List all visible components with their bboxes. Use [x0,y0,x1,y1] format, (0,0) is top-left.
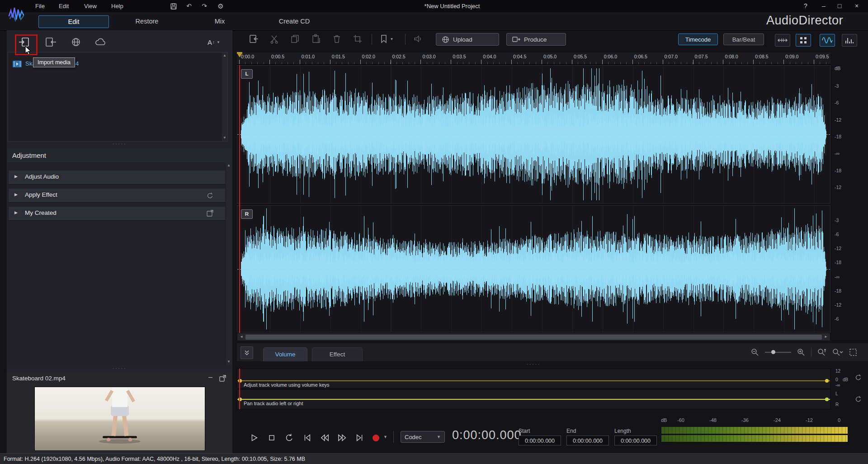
scroll-down-icon[interactable]: ▼ [226,359,231,365]
codec-dropdown[interactable]: Codec ▼ [401,431,445,443]
copy-icon[interactable] [288,32,303,46]
adjustment-scrollbar[interactable]: ▲ ▼ [226,162,231,365]
maximize-button[interactable]: □ [834,0,845,12]
redo-icon[interactable]: ↷ [199,0,210,12]
timeline-ruler[interactable]: 0:00.00:00.50:01.00:01.50:02.00:02.50:03… [237,52,830,65]
volume-keyframe-track[interactable]: Adjust track volume using volume keys [237,369,830,388]
minimize-button[interactable]: – [818,0,830,12]
section-my-created[interactable]: ▶ My Created [9,207,225,221]
fit-timeline-icon[interactable] [849,348,857,356]
section-apply-effect[interactable]: ▶ Apply Effect [9,189,225,203]
menu-edit[interactable]: Edit [56,0,71,12]
skip-to-start-button[interactable] [301,432,313,444]
marker-dropdown-button[interactable]: ▼ [376,32,397,46]
level-meter: dB -60-48-36-24-120 [657,416,862,447]
ruler-tick [693,60,693,64]
panel-resize-handle[interactable]: ····· [7,366,232,371]
zoom-vertical-icon[interactable] [817,348,826,356]
dropdown-caret-icon: ▼ [217,40,220,44]
rewind-button[interactable] [319,432,330,444]
help-button[interactable]: ? [800,0,811,12]
timeline-scrollbar[interactable]: ◄ ► [237,333,830,341]
zoom-slider-handle[interactable] [771,350,775,354]
playhead[interactable] [239,369,240,409]
tab-edit[interactable]: Edit [38,15,109,28]
video-preview-frame[interactable] [34,387,205,451]
import-folder-button[interactable] [43,35,58,49]
pan-keyframe-dot[interactable] [825,398,829,401]
close-button[interactable]: × [851,0,863,12]
pan-line[interactable] [237,399,830,400]
tab-mix[interactable]: Mix [183,15,257,27]
cloud-icon[interactable] [93,35,108,49]
start-field[interactable]: 0:00:00.000 [519,436,561,445]
end-field[interactable]: 0:00:00.000 [566,436,609,445]
produce-button[interactable]: Produce [506,33,566,46]
playhead[interactable] [239,65,240,333]
undo-icon[interactable]: ↶ [184,0,194,12]
menu-view[interactable]: View [81,0,99,12]
panel-resize-handle[interactable]: ····· [7,142,232,147]
collapse-preview-icon[interactable]: – [208,373,212,381]
keyframe-resize-handle[interactable]: ····· [237,362,830,367]
time-display[interactable]: 0:00:00.000 [452,428,522,442]
waveform-track-left[interactable]: L [237,65,830,204]
paste-icon[interactable] [308,32,324,46]
record-button[interactable] [373,435,379,441]
zoom-out-icon[interactable] [751,348,759,356]
tab-restore[interactable]: Restore [110,15,184,27]
db-scale-label: -18 [835,168,841,173]
scroll-down-icon[interactable]: ▼ [222,135,227,141]
ruler-label: 0:03.5 [453,54,466,59]
waveform-view-icon[interactable] [820,34,835,47]
stretch-audio-icon[interactable] [775,34,790,47]
pan-keyframe-track[interactable]: Pan track audio left or right [237,389,830,409]
mute-speaker-icon[interactable] [410,32,426,46]
library-scrollbar[interactable]: ▲ ▼ [222,52,227,141]
collapse-keyframe-icon[interactable] [241,346,253,359]
scrollbar-thumb[interactable] [245,335,822,340]
scroll-up-icon[interactable]: ▲ [222,53,227,58]
play-button[interactable] [248,432,260,444]
keyframe-view-icon[interactable] [796,34,811,47]
zoom-slider[interactable] [765,350,791,355]
section-adjust-audio[interactable]: ▶ Adjust Audio [9,170,225,185]
upload-button[interactable]: Upload [436,33,499,46]
zoom-in-icon[interactable] [797,348,805,356]
spectral-view-icon[interactable] [842,34,857,47]
fast-forward-button[interactable] [336,432,348,444]
popout-preview-icon[interactable] [219,375,226,382]
menu-help[interactable]: Help [108,0,126,12]
timecode-button[interactable]: Timecode [678,33,718,45]
trim-crop-icon[interactable] [350,32,365,46]
waveform-track-right[interactable]: R [237,205,830,332]
download-from-web-icon[interactable] [68,35,84,49]
add-preset-icon[interactable] [207,210,213,217]
scroll-left-icon[interactable]: ◄ [237,333,245,341]
stop-button[interactable] [266,432,278,444]
volume-line[interactable] [237,380,830,381]
bar-beat-button[interactable]: Bar/Beat [723,33,764,45]
menu-file[interactable]: File [33,0,47,12]
loop-button[interactable] [283,432,295,444]
tab-create-cd[interactable]: Create CD [256,15,333,27]
skip-to-end-button[interactable] [354,432,366,444]
meter-scale-label: -24 [774,417,781,423]
record-options-caret-icon[interactable]: ▼ [383,435,387,439]
zoom-tool-dropdown-icon[interactable] [832,348,843,356]
scroll-right-icon[interactable]: ► [822,333,830,341]
cut-scissors-icon[interactable] [267,32,282,46]
volume-keyframe-dot[interactable] [825,379,829,383]
reset-pan-icon[interactable] [855,396,862,402]
settings-gear-icon[interactable]: ⚙ [215,0,226,12]
tab-effect[interactable]: Effect [312,347,363,361]
text-size-button[interactable]: A ↑ ▼ [204,35,224,49]
reset-effect-icon[interactable] [207,192,213,199]
scroll-up-icon[interactable]: ▲ [226,163,231,168]
import-to-timeline-icon[interactable] [246,32,261,46]
reset-volume-icon[interactable] [855,374,862,380]
save-icon[interactable] [168,0,179,12]
tab-volume[interactable]: Volume [263,347,307,361]
delete-trash-icon[interactable] [329,32,344,46]
length-field[interactable]: 0:00:00.000 [614,436,657,445]
